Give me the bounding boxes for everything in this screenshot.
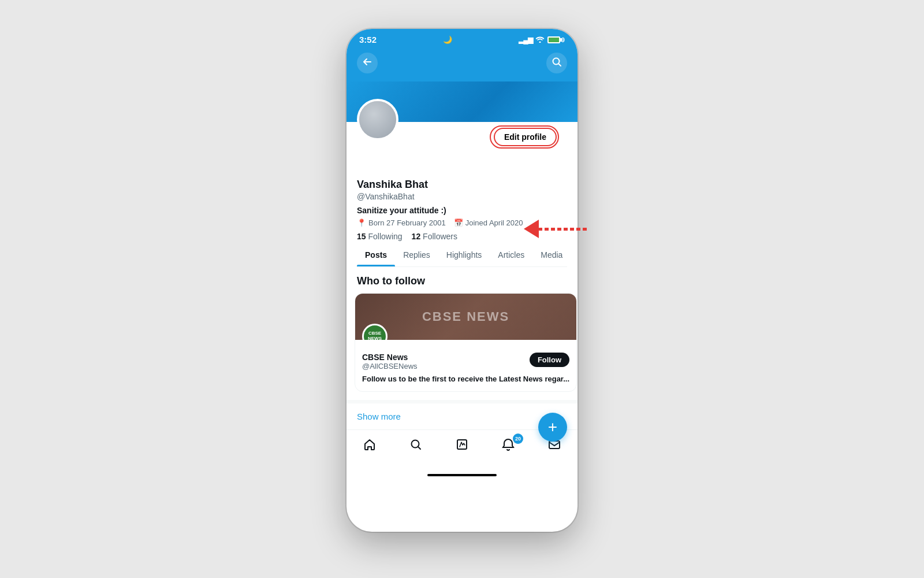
who-to-follow-title: Who to follow — [346, 267, 578, 293]
tab-articles[interactable]: Articles — [490, 243, 532, 266]
following-stat[interactable]: 15 Following — [357, 232, 403, 241]
battery-icon — [547, 36, 560, 43]
home-icon — [363, 438, 376, 454]
moon-icon: 🌙 — [443, 35, 452, 44]
back-button[interactable] — [357, 53, 378, 73]
profile-section: Edit profile Vanshika Bhat @VanshikaBhat… — [346, 122, 578, 267]
display-name: Vanshika Bhat — [357, 179, 567, 191]
follow-cards-row: CBSE NEWS CBSENEWS CBSE News @AllCBSENew… — [346, 293, 578, 400]
search-nav-icon — [409, 438, 422, 454]
username: @VanshikaBhat — [357, 192, 567, 201]
tab-posts[interactable]: Posts — [357, 243, 395, 266]
followers-count: 12 — [412, 232, 421, 241]
home-indicator — [427, 474, 497, 476]
top-nav — [346, 48, 578, 81]
card-info-cbse: CBSE News @AllCBSENews — [362, 353, 418, 370]
followers-stat[interactable]: 12 Followers — [412, 232, 457, 241]
nav-home[interactable] — [357, 436, 382, 457]
birthday-icon: 📍 — [357, 218, 366, 227]
notification-badge: 20 — [513, 433, 523, 444]
following-label: Following — [368, 232, 402, 241]
joined-text: Joined April 2020 — [465, 218, 523, 227]
svg-rect-3 — [549, 441, 560, 449]
following-count: 15 — [357, 232, 366, 241]
card-avatar-cbse: CBSENEWS — [362, 324, 388, 340]
birthday-meta: 📍 Born 27 February 2001 — [357, 218, 446, 227]
bio: Sanitize your attitude :) — [357, 206, 567, 215]
tab-media[interactable]: Media — [532, 243, 567, 266]
tab-replies[interactable]: Replies — [395, 243, 438, 266]
tab-highlights[interactable]: Highlights — [438, 243, 490, 266]
meta-info: 📍 Born 27 February 2001 📅 Joined April 2… — [357, 218, 567, 227]
birthday-text: Born 27 February 2001 — [368, 218, 446, 227]
card-name-row-cbse: CBSE News @AllCBSENews Follow — [362, 353, 569, 370]
content-area: Who to follow CBSE NEWS CBSENEWS CBSE Ne… — [346, 267, 578, 429]
search-icon — [552, 57, 562, 70]
follow-stats: 15 Following 12 Followers — [357, 232, 567, 241]
joined-meta: 📅 Joined April 2020 — [454, 218, 523, 227]
followers-label: Followers — [423, 232, 457, 241]
nav-compose[interactable] — [449, 436, 475, 457]
edit-profile-button[interactable]: Edit profile — [494, 128, 557, 146]
back-icon — [362, 57, 372, 70]
time-display: 3:52 — [359, 35, 377, 45]
profile-info: Vanshika Bhat @VanshikaBhat Sanitize you… — [357, 152, 567, 241]
search-button[interactable] — [546, 53, 567, 73]
status-bar: 3:52 🌙 ▂▄▆ 9 — [346, 29, 578, 48]
compose-icon — [456, 438, 468, 454]
fab-plus-icon: + — [548, 418, 557, 436]
card-body-cbse: CBSE News @AllCBSENews Follow Follow us … — [355, 340, 576, 391]
cbse-banner-text: CBSE NEWS — [422, 309, 509, 324]
cbse-avatar-text: CBSENEWS — [368, 331, 382, 340]
card-name-cbse: CBSE News — [362, 353, 418, 362]
wifi-icon — [535, 35, 545, 45]
nav-search[interactable] — [403, 436, 429, 457]
bottom-area: + — [346, 429, 578, 476]
status-icons: ▂▄▆ 9 — [519, 35, 565, 45]
card-desc-cbse: Follow us to be the first to receive the… — [362, 374, 569, 384]
card-handle-cbse: @AllCBSENews — [362, 362, 418, 370]
follow-button-cbse[interactable]: Follow — [530, 353, 569, 367]
signal-icon: ▂▄▆ — [519, 36, 532, 44]
card-banner-cbse: CBSE NEWS CBSENEWS — [355, 294, 576, 340]
follow-card-cbse: CBSE NEWS CBSENEWS CBSE News @AllCBSENew… — [355, 293, 577, 392]
nav-notifications[interactable]: 20 — [495, 436, 521, 457]
fab-button[interactable]: + — [538, 413, 567, 442]
calendar-icon: 📅 — [454, 218, 463, 227]
profile-tabs: Posts Replies Highlights Articles Media — [357, 243, 567, 267]
